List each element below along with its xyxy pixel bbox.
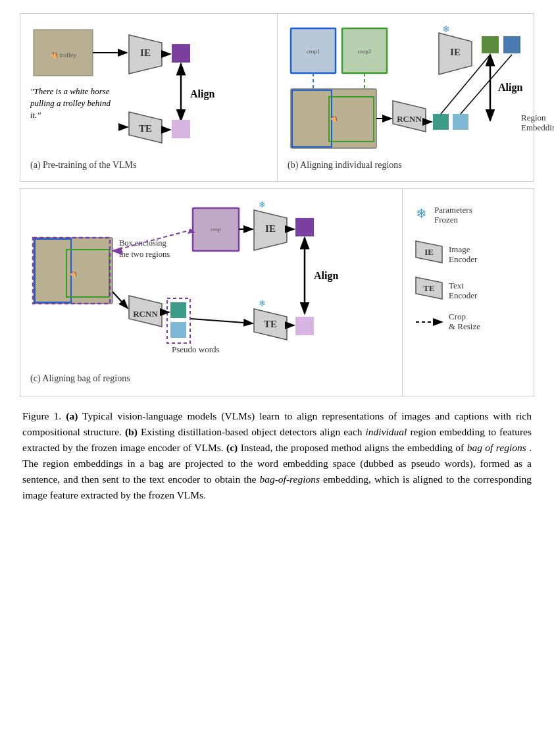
diagram-top-area: 🐴 trolley IE Align "There is a white hor… <box>20 13 534 182</box>
diagram-pretrain-svg: 🐴 trolley IE Align "There is a white hor… <box>27 23 270 175</box>
page: 🐴 trolley IE Align "There is a white hor… <box>0 0 554 516</box>
caption-b-bold: (b) <box>125 426 138 437</box>
legend-text-enc2: Encoder <box>449 290 478 300</box>
rcnn-out-lightblue <box>453 114 468 130</box>
region-embed-label: Region <box>521 113 546 122</box>
ie-label-top: IE <box>140 47 151 58</box>
svg-text:crop2: crop2 <box>358 48 372 55</box>
legend-svg: ❄ Parameters Frozen IE Image Encoder TE … <box>409 198 541 389</box>
caption-c-text: Instead, the proposed method aligns the … <box>241 442 467 453</box>
svg-text:🐴 trolley: 🐴 trolley <box>50 51 77 59</box>
svg-text:🐴: 🐴 <box>330 115 338 122</box>
legend-frozen1: Parameters <box>434 205 472 215</box>
panel-align-regions: crop1 crop2 IE Align <box>278 14 554 181</box>
caption-c-italic2: bag-of-regions <box>259 473 320 485</box>
label-a: (a) Pre-training of the VLMs <box>30 160 136 171</box>
rcnn-label: RCNN <box>397 114 422 124</box>
legend-te-label: TE <box>423 283 434 293</box>
rcnn-bag-label: RCNN <box>133 309 158 319</box>
legend-image-enc2: Encoder <box>449 254 478 264</box>
rcnn-out-teal <box>433 114 449 130</box>
legend-crop2: & Resize <box>449 321 480 331</box>
region-embed-label2: Embeddings <box>521 122 554 132</box>
align-label-bag: Align <box>314 270 338 282</box>
caption-b-text: Existing distillation-based object detec… <box>141 426 366 437</box>
box-enclosing-label2: the two regions <box>119 250 170 259</box>
diagram-bottom-area: 🐴 Box enclosing the two regions crop IE <box>20 188 534 396</box>
legend-frozen2: Frozen <box>434 215 459 225</box>
caption-c-bold: (c) <box>226 442 238 453</box>
ie-out-green <box>482 36 499 53</box>
caption-c-italic: bag of regions <box>467 442 526 453</box>
panel-bag-regions: 🐴 Box enclosing the two regions crop IE <box>20 189 403 396</box>
legend-ie-label: IE <box>424 247 434 257</box>
figure-caption: Figure 1. (a) Typical vision-language mo… <box>20 408 534 503</box>
diagram-align-svg: crop1 crop2 IE Align <box>284 23 554 175</box>
rcnn-out-lb-bag <box>170 322 186 338</box>
ie-out-blue <box>503 36 520 53</box>
diagram-bag-svg: 🐴 Box enclosing the two regions crop IE <box>27 198 395 389</box>
te-bag-out <box>295 317 314 335</box>
legend-text-enc1: Text <box>449 281 464 290</box>
caption-figure-label: Figure 1. <box>22 410 61 421</box>
te-bag-label: TE <box>264 319 277 329</box>
svg-text:crop: crop <box>211 226 221 232</box>
arrow-sq-te <box>191 319 253 323</box>
box-enclosing-label1: Box enclosing <box>119 238 167 248</box>
align-label-right: Align <box>498 82 522 94</box>
legend-snowflake: ❄ <box>416 206 427 221</box>
panel-legend: ❄ Parameters Frozen IE Image Encoder TE … <box>403 189 547 396</box>
label-c: (c) Aligning bag of regions <box>30 373 130 384</box>
svg-text:crop1: crop1 <box>307 48 320 55</box>
ie-bag-label: IE <box>265 223 276 234</box>
te-label: TE <box>139 123 152 134</box>
legend-image-enc1: Image <box>449 244 470 254</box>
ie-output-square <box>172 44 190 63</box>
snowflake-ie-bag: ❄ <box>259 200 266 209</box>
ie-bag-out-purple <box>295 218 314 236</box>
align-label-top: Align <box>190 88 214 100</box>
label-b: (b) Aligning individual regions <box>288 160 402 171</box>
caption-b-italic: individual <box>366 426 407 437</box>
panel-pretrain: 🐴 trolley IE Align "There is a white hor… <box>20 14 278 181</box>
ie-label-right: IE <box>450 47 461 57</box>
arrow-trolley-rcnn <box>113 292 128 308</box>
caption-a-bold: (a) <box>66 410 78 421</box>
te-output-square <box>172 120 190 138</box>
snowflake-ie-right: ❄ <box>442 24 450 34</box>
legend-crop1: Crop <box>449 311 466 321</box>
pseudo-words-label: Pseudo words <box>172 344 220 354</box>
rcnn-out-teal-bag <box>170 302 186 318</box>
snowflake-te-bag: ❄ <box>259 298 266 308</box>
svg-text:🐴: 🐴 <box>70 270 78 278</box>
